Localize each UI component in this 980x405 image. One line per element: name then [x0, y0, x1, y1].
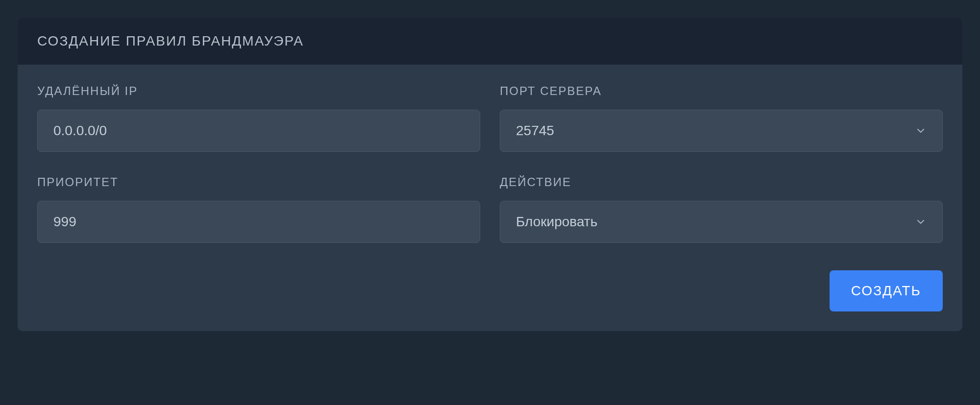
form-grid: УДАЛЁННЫЙ IP ПОРТ СЕРВЕРА 25745 ПРИОРИТЕ…	[37, 84, 943, 243]
priority-label: ПРИОРИТЕТ	[37, 175, 480, 189]
server-port-select[interactable]: 25745	[500, 110, 943, 152]
priority-group: ПРИОРИТЕТ	[37, 175, 480, 243]
action-select[interactable]: Блокировать	[500, 201, 943, 243]
create-button[interactable]: СОЗДАТЬ	[830, 270, 943, 311]
server-port-group: ПОРТ СЕРВЕРА 25745	[500, 84, 943, 152]
action-value: Блокировать	[516, 214, 597, 230]
priority-input[interactable]	[37, 201, 480, 243]
server-port-label: ПОРТ СЕРВЕРА	[500, 84, 943, 98]
action-label: ДЕЙСТВИЕ	[500, 175, 943, 189]
remote-ip-label: УДАЛЁННЫЙ IP	[37, 84, 480, 98]
action-group: ДЕЙСТВИЕ Блокировать	[500, 175, 943, 243]
panel-body: УДАЛЁННЫЙ IP ПОРТ СЕРВЕРА 25745 ПРИОРИТЕ…	[18, 65, 962, 331]
chevron-down-icon	[915, 125, 927, 137]
remote-ip-group: УДАЛЁННЫЙ IP	[37, 84, 480, 152]
firewall-rule-panel: СОЗДАНИЕ ПРАВИЛ БРАНДМАУЭРА УДАЛЁННЫЙ IP…	[18, 18, 962, 331]
panel-title: СОЗДАНИЕ ПРАВИЛ БРАНДМАУЭРА	[37, 33, 943, 49]
server-port-value: 25745	[516, 123, 554, 139]
button-row: СОЗДАТЬ	[37, 270, 943, 311]
panel-header: СОЗДАНИЕ ПРАВИЛ БРАНДМАУЭРА	[18, 18, 962, 65]
chevron-down-icon	[915, 216, 927, 228]
remote-ip-input[interactable]	[37, 110, 480, 152]
